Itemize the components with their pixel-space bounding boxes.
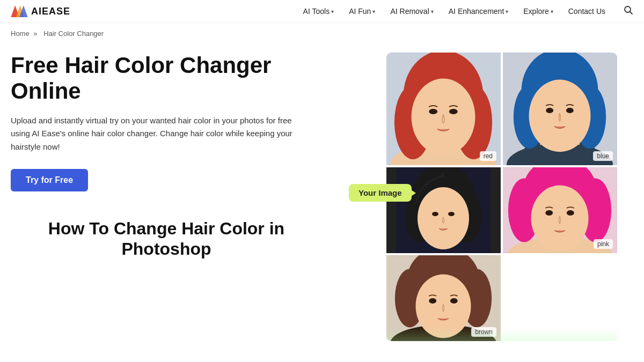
svg-point-15 — [449, 109, 458, 114]
chevron-down-icon: ▾ — [551, 9, 553, 14]
section-title: How To Change Hair Color in Photoshop — [11, 218, 322, 260]
chevron-down-icon: ▾ — [506, 9, 508, 14]
svg-point-33 — [432, 212, 438, 216]
try-for-free-button[interactable]: Try for Free — [11, 169, 88, 191]
svg-point-34 — [448, 212, 455, 216]
main-nav: AI Tools ▾ AI Fun ▾ AI Removal ▾ AI Enha… — [303, 5, 633, 17]
svg-point-51 — [429, 298, 436, 304]
hair-color-brown-cell: brown — [386, 255, 501, 341]
page-description: Upload and instantly virtual try on your… — [11, 114, 311, 154]
brown-label: brown — [471, 327, 496, 337]
svg-marker-5 — [440, 172, 445, 178]
svg-point-13 — [412, 79, 475, 156]
left-section: Free Hair Color Changer Online Upload an… — [11, 47, 322, 260]
pink-label: pink — [594, 239, 613, 249]
svg-point-42 — [545, 210, 553, 216]
svg-point-14 — [429, 109, 437, 114]
chevron-down-icon: ▾ — [331, 9, 334, 14]
breadcrumb-home[interactable]: Home — [11, 29, 30, 38]
header: AIEASE AI Tools ▾ AI Fun ▾ AI Removal ▾ … — [0, 0, 644, 23]
svg-point-25 — [566, 108, 574, 113]
svg-line-4 — [630, 12, 633, 14]
search-icon[interactable] — [624, 5, 633, 17]
nav-ai-fun[interactable]: AI Fun ▾ — [349, 7, 375, 16]
red-label: red — [480, 151, 496, 161]
curved-arrow-icon — [411, 165, 453, 208]
svg-point-43 — [567, 210, 574, 216]
nav-ai-enhancement[interactable]: AI Enhancement ▾ — [449, 7, 509, 16]
right-section: Your Image — [333, 47, 633, 341]
hair-color-blue-cell: blue — [503, 53, 617, 165]
logo-text: AIEASE — [31, 6, 70, 17]
svg-point-52 — [450, 298, 458, 304]
nav-explore[interactable]: Explore ▾ — [523, 7, 553, 16]
chevron-down-icon: ▾ — [372, 9, 375, 14]
nav-contact[interactable]: Contact Us — [568, 7, 605, 16]
page-title: Free Hair Color Changer Online — [11, 53, 322, 105]
svg-point-24 — [546, 108, 553, 113]
breadcrumb: Home » Hair Color Changer — [0, 23, 644, 42]
logo-icon — [11, 5, 28, 17]
breadcrumb-separator: » — [33, 29, 37, 38]
svg-point-50 — [415, 274, 471, 338]
hair-color-pink-cell: pink — [503, 167, 617, 253]
your-image-label: Your Image — [349, 184, 412, 202]
hair-color-red-cell: red — [386, 53, 501, 165]
svg-point-23 — [529, 80, 591, 152]
nav-ai-removal[interactable]: AI Removal ▾ — [390, 7, 433, 16]
blue-label: blue — [593, 151, 613, 161]
nav-ai-tools[interactable]: AI Tools ▾ — [303, 7, 334, 16]
breadcrumb-current: Hair Color Changer — [43, 29, 104, 38]
svg-point-41 — [531, 185, 589, 251]
logo[interactable]: AIEASE — [11, 5, 70, 17]
chevron-down-icon: ▾ — [431, 9, 434, 14]
main-content: Free Hair Color Changer Online Upload an… — [0, 42, 644, 352]
